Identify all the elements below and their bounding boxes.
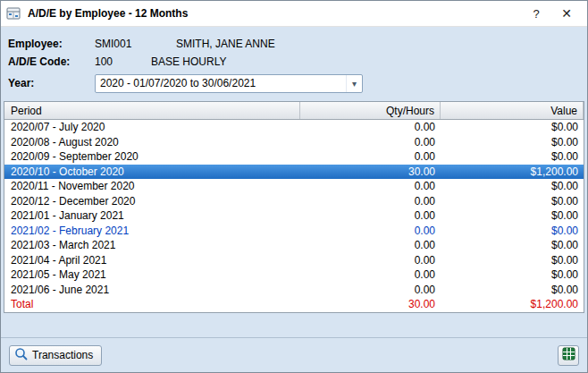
period-cell: 2021/02 - February 2021 — [4, 224, 300, 239]
excel-export-icon — [562, 347, 575, 363]
qty-cell: 30.00 — [300, 165, 441, 180]
value-cell: $0.00 — [441, 179, 584, 194]
year-dropdown-value: 2020 - 01/07/2020 to 30/06/2021 — [96, 77, 346, 89]
form-area: Employee: SMI001 SMITH, JANE ANNE A/D/E … — [1, 27, 587, 101]
table-row-selected[interactable]: 2020/10 - October 2020 30.00 $1,200.00 — [4, 165, 584, 180]
app-icon — [6, 6, 21, 21]
table-row[interactable]: 2021/05 - May 2021 0.00 $0.00 — [4, 267, 584, 283]
total-qty: 30.00 — [300, 297, 441, 312]
period-cell: 2021/05 - May 2021 — [4, 267, 300, 283]
value-cell: $0.00 — [441, 224, 584, 239]
qty-cell: 0.00 — [300, 149, 441, 165]
period-cell: 2021/01 - January 2021 — [4, 208, 300, 224]
table-row[interactable]: 2021/03 - March 2021 0.00 $0.00 — [4, 238, 584, 253]
period-cell: 2020/12 - December 2020 — [4, 194, 300, 209]
transactions-button[interactable]: Transactions — [9, 345, 102, 366]
value-cell: $0.00 — [441, 283, 584, 298]
header-period[interactable]: Period — [4, 102, 300, 119]
table-row-current-month[interactable]: 2021/02 - February 2021 0.00 $0.00 — [4, 224, 584, 239]
header-value[interactable]: Value — [441, 102, 584, 119]
qty-cell: 0.00 — [300, 135, 441, 150]
table-row[interactable]: 2021/04 - April 2021 0.00 $0.00 — [4, 253, 584, 268]
ade-name: BASE HOURLY — [151, 55, 226, 68]
transactions-button-label: Transactions — [32, 349, 93, 361]
value-cell: $0.00 — [441, 120, 584, 135]
footer-bar: Transactions — [1, 337, 587, 372]
value-cell: $0.00 — [441, 267, 584, 283]
value-cell: $0.00 — [441, 194, 584, 209]
qty-cell: 0.00 — [300, 267, 441, 283]
table-row[interactable]: 2020/08 - August 2020 0.00 $0.00 — [4, 135, 584, 150]
period-cell: 2021/03 - March 2021 — [4, 238, 300, 253]
ade-code-row: A/D/E Code: 100 BASE HOURLY — [8, 53, 580, 71]
qty-cell: 0.00 — [300, 283, 441, 298]
titlebar: A/D/E by Employee - 12 Months ? ✕ — [1, 1, 587, 27]
period-cell: 2021/06 - June 2021 — [4, 283, 300, 298]
dialog-window: A/D/E by Employee - 12 Months ? ✕ Employ… — [0, 0, 588, 373]
period-cell: 2020/08 - August 2020 — [4, 135, 300, 150]
value-cell: $0.00 — [441, 238, 584, 253]
period-cell: 2020/11 - November 2020 — [4, 179, 300, 194]
value-cell: $0.00 — [441, 208, 584, 224]
table-row[interactable]: 2020/11 - November 2020 0.00 $0.00 — [4, 179, 584, 194]
qty-cell: 0.00 — [300, 224, 441, 239]
close-button[interactable]: ✕ — [555, 4, 578, 23]
total-label: Total — [4, 297, 300, 312]
period-cell: 2020/07 - July 2020 — [4, 120, 300, 135]
table-row[interactable]: 2020/09 - September 2020 0.00 $0.00 — [4, 149, 584, 165]
qty-cell: 0.00 — [300, 238, 441, 253]
qty-cell: 0.00 — [300, 194, 441, 209]
value-cell: $1,200.00 — [441, 165, 584, 180]
qty-cell: 0.00 — [300, 120, 441, 135]
employee-code: SMI001 — [95, 38, 176, 50]
table-row[interactable]: 2020/12 - December 2020 0.00 $0.00 — [4, 194, 584, 209]
period-cell: 2021/04 - April 2021 — [4, 253, 300, 268]
ade-code-label: A/D/E Code: — [8, 55, 95, 68]
total-value: $1,200.00 — [441, 297, 584, 312]
qty-cell: 0.00 — [300, 208, 441, 224]
table-row[interactable]: 2020/07 - July 2020 0.00 $0.00 — [4, 120, 584, 135]
value-cell: $0.00 — [441, 135, 584, 150]
year-row: Year: 2020 - 01/07/2020 to 30/06/2021 ▾ — [8, 72, 580, 94]
employee-label: Employee: — [8, 38, 95, 50]
value-cell: $0.00 — [441, 149, 584, 165]
table-header-row: Period Qty/Hours Value — [4, 102, 584, 120]
year-dropdown[interactable]: 2020 - 01/07/2020 to 30/06/2021 ▾ — [95, 74, 363, 93]
table-row[interactable]: 2021/06 - June 2021 0.00 $0.00 — [4, 283, 584, 298]
table-row[interactable]: 2021/01 - January 2021 0.00 $0.00 — [4, 208, 584, 224]
employee-row: Employee: SMI001 SMITH, JANE ANNE — [8, 35, 580, 53]
year-label: Year: — [8, 77, 95, 89]
qty-cell: 0.00 — [300, 179, 441, 194]
magnifier-icon — [14, 347, 28, 363]
window-title: A/D/E by Employee - 12 Months — [28, 7, 188, 20]
period-table: Period Qty/Hours Value 2020/07 - July 20… — [4, 101, 584, 313]
employee-name: SMITH, JANE ANNE — [176, 38, 275, 50]
period-cell: 2020/10 - October 2020 — [4, 165, 300, 180]
table-row-total: Total 30.00 $1,200.00 — [4, 297, 584, 312]
help-button[interactable]: ? — [525, 4, 548, 23]
value-cell: $0.00 — [441, 253, 584, 268]
qty-cell: 0.00 — [300, 253, 441, 268]
excel-export-button[interactable] — [558, 345, 579, 366]
header-qty-hours[interactable]: Qty/Hours — [300, 102, 441, 119]
chevron-down-icon[interactable]: ▾ — [346, 75, 362, 92]
period-cell: 2020/09 - September 2020 — [4, 149, 300, 165]
content-spacer — [1, 313, 587, 337]
ade-code: 100 — [95, 55, 151, 68]
